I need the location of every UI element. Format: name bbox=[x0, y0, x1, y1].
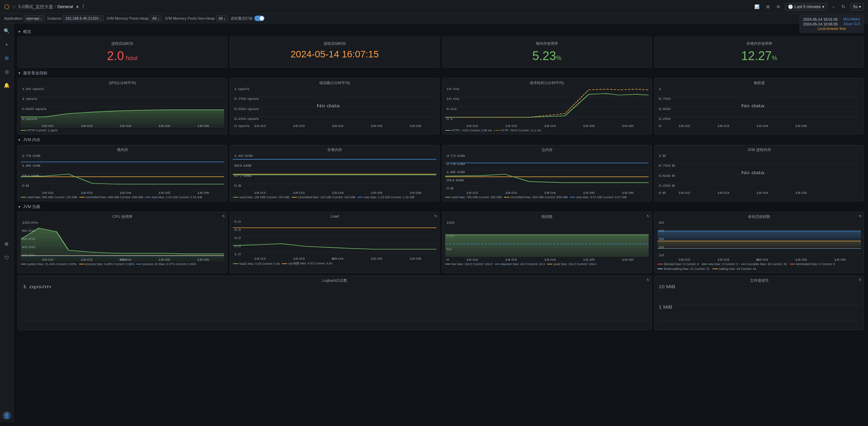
application-select[interactable]: openapi ↓ bbox=[24, 15, 45, 21]
chart-logback-area: 1 ops/m bbox=[21, 284, 649, 325]
time-range-picker[interactable]: 🕐 Last 5 minutes ▾ bbox=[785, 3, 827, 11]
chart-saturation-title: 饱和度 bbox=[657, 80, 861, 86]
svg-text:18:04: 18:04 bbox=[119, 124, 132, 128]
instance-select[interactable]: 192.168.6.45:21320 ↓ bbox=[63, 15, 103, 21]
svg-text:18:02: 18:02 bbox=[42, 191, 54, 195]
stat-card-uptime: 进程启动时长 2.0 hour bbox=[18, 37, 227, 68]
non-heap-label: JVM Memory Pools Non-Heap bbox=[164, 16, 215, 20]
svg-text:18:05: 18:05 bbox=[371, 124, 383, 128]
svg-text:15 ms: 15 ms bbox=[447, 87, 460, 91]
application-filter: Application openapi ↓ bbox=[4, 15, 45, 21]
add-panel-btn[interactable]: 📊 bbox=[752, 4, 762, 10]
sidebar-dashboard-icon[interactable]: ⊞ bbox=[2, 53, 12, 63]
chart-cpu-refresh-icon[interactable]: ↻ bbox=[222, 214, 225, 218]
svg-text:18:02: 18:02 bbox=[42, 258, 54, 261]
header-divider: ⊞ bbox=[12, 4, 16, 9]
svg-text:18:04: 18:04 bbox=[544, 191, 556, 195]
svg-text:1.86 GiB: 1.86 GiB bbox=[22, 164, 41, 167]
svg-text:2.79 GiB: 2.79 GiB bbox=[447, 162, 465, 166]
chart-threads-refresh-icon[interactable]: ↻ bbox=[647, 214, 649, 218]
section-golden[interactable]: ▼ 服务黄金指标 bbox=[18, 70, 864, 76]
section-jvm-memory[interactable]: ▼ JVM 内存 bbox=[18, 137, 864, 143]
sidebar-add-icon[interactable]: + bbox=[2, 40, 12, 49]
non-heap-select[interactable]: All ↓ bbox=[216, 15, 228, 21]
svg-text:18:06: 18:06 bbox=[622, 191, 634, 195]
chart-non-heap-title: 非堆内存 bbox=[233, 147, 436, 152]
stat-card-start-time: 进程启动时间 2024-05-14 16:07:15 bbox=[230, 37, 439, 68]
sidebar-compass-icon[interactable]: ◎ bbox=[2, 67, 12, 76]
stat-value-3: 12.27% bbox=[659, 49, 860, 63]
zoom-out-btn[interactable]: − bbox=[830, 3, 837, 10]
chart-total-legend: used Max: 755 MiB Current: 280 MiB commi… bbox=[445, 196, 649, 199]
svg-text:0.250 B: 0.250 B bbox=[659, 184, 675, 187]
svg-text:18:05: 18:05 bbox=[371, 257, 383, 260]
chart-errors-svg: 1 ops/s 0.750 ops/s 0.500 ops/s 0.250 op… bbox=[233, 87, 436, 128]
jvm-load-label: JVM 负载 bbox=[23, 204, 40, 210]
svg-marker-123 bbox=[21, 228, 224, 261]
svg-text:18:05: 18:05 bbox=[158, 258, 171, 261]
svg-text:18:02: 18:02 bbox=[678, 124, 690, 128]
logback-refresh-icon[interactable]: ↻ bbox=[647, 278, 649, 282]
overview-label: 概览 bbox=[23, 29, 31, 35]
refresh-btn[interactable]: ↻ bbox=[840, 3, 847, 10]
chart-threads-svg: 150 100 50 0 18:02 18:03 18:04 18:05 18 bbox=[445, 221, 649, 261]
file-desc-refresh-icon[interactable]: ↻ bbox=[859, 278, 862, 282]
instance-value: 192.168.6.45:21320 ↓ bbox=[65, 16, 101, 20]
chart-heap-area: 2.79 GiB 1.86 GiB 954 MiB 0 B 18:02 18:0… bbox=[21, 154, 224, 195]
sidebar-user-icon[interactable]: 👤 bbox=[3, 411, 11, 420]
chart-jvm-proc-memory: JVM 进程内存 1 B 0.750 B 0.500 B 0.250 B 0 B… bbox=[654, 145, 864, 201]
share-icon[interactable]: ⤴ bbox=[82, 4, 84, 9]
sidebar-search-icon[interactable]: 🔍 bbox=[2, 26, 12, 36]
chart-threads-legend: live Max: 104.0 Current: 104.0 daemon Ma… bbox=[445, 262, 649, 266]
svg-text:18:03: 18:03 bbox=[505, 191, 517, 195]
chart-qps-legend: HTTP Current: 1 ops/s bbox=[21, 129, 224, 132]
svg-text:18:04: 18:04 bbox=[756, 258, 768, 261]
svg-text:18:03: 18:03 bbox=[717, 124, 729, 128]
stat-label-3: 非堆内存使用率 bbox=[659, 41, 860, 46]
svg-text:18:03: 18:03 bbox=[293, 124, 304, 128]
section-jvm-load[interactable]: ▼ JVM 负载 bbox=[18, 204, 864, 210]
stat-num-0: 2.0 bbox=[107, 49, 124, 63]
heap-select[interactable]: All ↓ bbox=[150, 15, 162, 21]
svg-text:18:06: 18:06 bbox=[410, 257, 421, 260]
chart-load-refresh-icon[interactable]: ↻ bbox=[434, 214, 437, 218]
stat-value-0: 2.0 hour bbox=[22, 49, 223, 63]
svg-text:18:06: 18:06 bbox=[197, 191, 209, 195]
section-overview[interactable]: ▼ 概览 bbox=[18, 29, 864, 35]
svg-text:1: 1 bbox=[659, 87, 662, 91]
svg-text:0.750: 0.750 bbox=[659, 97, 671, 100]
sidebar-shield-icon[interactable]: 🛡 bbox=[2, 253, 12, 262]
svg-text:18:04: 18:04 bbox=[119, 191, 132, 195]
chart-heap-memory: 堆内存 2.79 GiB 1 bbox=[18, 145, 227, 201]
restart-mark-filter: 进程重启打标 bbox=[231, 16, 264, 21]
sidebar-settings-icon[interactable]: ⚙ bbox=[2, 239, 12, 249]
chart-file-desc-svg: 10 MiB 1 MiB bbox=[657, 284, 861, 325]
svg-text:18:06: 18:06 bbox=[622, 124, 634, 128]
svg-text:1 ops/s: 1 ops/s bbox=[22, 97, 38, 100]
sidebar-bell-icon[interactable]: 🔔 bbox=[2, 80, 12, 90]
settings-btn[interactable]: ⚙ bbox=[774, 4, 782, 10]
stat-num-2: 5.23 bbox=[532, 49, 556, 63]
svg-text:18:05: 18:05 bbox=[583, 124, 595, 128]
logback-y-label: 1 ops/m bbox=[22, 284, 51, 289]
auto-refresh-picker[interactable]: 5s ▾ bbox=[850, 3, 864, 11]
stat-card-non-heap-usage: 非堆内存使用率 12.27% bbox=[654, 37, 864, 68]
datetime-from: 2024-05-14 18:01:05 bbox=[803, 17, 838, 21]
clock-icon: 🕐 bbox=[788, 4, 793, 9]
instance-filter: Instance 192.168.6.45:21320 ↓ bbox=[47, 15, 104, 21]
svg-text:18:02: 18:02 bbox=[254, 191, 266, 195]
star-icon[interactable]: ★ bbox=[76, 4, 79, 9]
dashboard-settings-btn[interactable]: ⊞ bbox=[764, 4, 772, 10]
jvm-memory-label: JVM 内存 bbox=[23, 137, 40, 143]
main-header: ⬡ ⊞ 5.0测试_监控大盘 / General ★ ⤴ 📊 ⊞ ⚙ 🕐 Las… bbox=[0, 0, 868, 14]
chart-latency-title: 请求耗时(1分钟平均) bbox=[445, 80, 649, 86]
restart-toggle[interactable] bbox=[254, 16, 264, 21]
chart-cpu: CPU 使用率 ↻ bbox=[18, 212, 227, 273]
svg-text:10 MiB: 10 MiB bbox=[659, 284, 675, 289]
interval-label: 5s bbox=[853, 4, 857, 9]
svg-text:18:06: 18:06 bbox=[834, 258, 846, 261]
datetime-to-source: Aliyun SLS bbox=[844, 22, 860, 26]
chart-threads-title: 线程数 bbox=[445, 214, 649, 219]
svg-text:0.500: 0.500 bbox=[659, 107, 671, 110]
chart-thread-states-refresh-icon[interactable]: ↻ bbox=[859, 214, 862, 218]
